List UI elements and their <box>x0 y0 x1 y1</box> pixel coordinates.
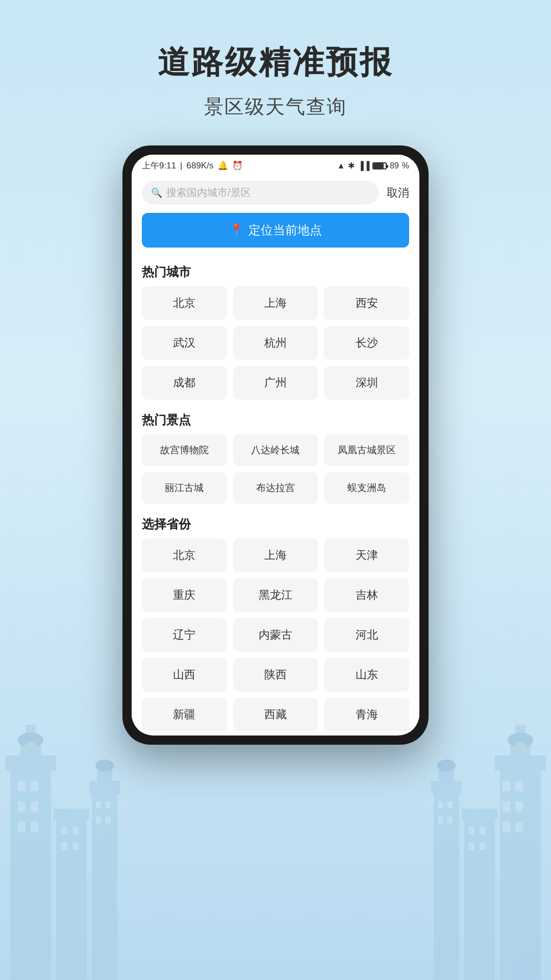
svg-rect-38 <box>464 817 495 980</box>
province-item[interactable]: 青海 <box>324 698 409 731</box>
svg-rect-31 <box>503 781 510 791</box>
svg-rect-23 <box>106 801 111 808</box>
svg-rect-41 <box>480 827 486 835</box>
clock-icon: ⏰ <box>232 160 243 171</box>
bluetooth-icon: ✱ <box>348 161 355 170</box>
hot-attraction-item[interactable]: 凤凰古城景区 <box>324 434 409 466</box>
svg-rect-32 <box>515 781 523 791</box>
hot-attractions-grid: 故宫博物院八达岭长城凤凰古城景区丽江古城布达拉宫蜈支洲岛 <box>142 434 409 504</box>
provinces-title: 选择省份 <box>142 508 409 538</box>
provinces-grid: 北京上海天津重庆黑龙江吉林辽宁内蒙古河北山西陕西山东新疆西藏青海 <box>142 538 409 731</box>
wifi-icon: ▲ <box>337 161 345 170</box>
province-item[interactable]: 山东 <box>324 658 409 692</box>
hot-attraction-item[interactable]: 蜈支洲岛 <box>324 472 409 504</box>
svg-rect-18 <box>92 791 117 980</box>
search-icon: 🔍 <box>151 187 162 199</box>
hot-attraction-item[interactable]: 丽江古城 <box>142 472 227 504</box>
content-scroll: 热门城市 北京上海西安武汉杭州长沙成都广州深圳 热门景点 故宫博物院八达岭长城凤… <box>132 256 419 731</box>
svg-rect-15 <box>72 827 79 835</box>
battery-fill <box>373 163 384 168</box>
hot-attraction-item[interactable]: 故宫博物院 <box>142 434 227 466</box>
location-label: 定位当前地点 <box>248 222 322 238</box>
hot-city-item[interactable]: 杭州 <box>233 326 318 360</box>
svg-rect-8 <box>31 801 38 812</box>
province-item[interactable]: 河北 <box>324 618 409 652</box>
province-item[interactable]: 辽宁 <box>142 618 227 652</box>
battery-icon <box>372 162 387 169</box>
search-bar[interactable]: 🔍 搜索国内城市/景区 <box>142 181 379 205</box>
province-item[interactable]: 陕西 <box>233 658 318 692</box>
svg-rect-43 <box>480 842 486 850</box>
svg-rect-6 <box>31 781 38 791</box>
main-title: 道路级精准预报 <box>0 41 551 84</box>
svg-rect-51 <box>447 817 453 824</box>
province-item[interactable]: 重庆 <box>142 578 227 612</box>
hot-cities-title: 热门城市 <box>142 256 409 286</box>
svg-rect-25 <box>106 817 111 824</box>
location-pin-icon: 📍 <box>230 224 243 237</box>
header-section: 道路级精准预报 景区级天气查询 <box>0 0 551 145</box>
svg-rect-13 <box>54 809 89 819</box>
svg-rect-34 <box>515 801 523 812</box>
svg-rect-40 <box>468 827 474 835</box>
hot-city-item[interactable]: 上海 <box>233 286 318 320</box>
svg-rect-50 <box>438 817 443 824</box>
alarm-icon: 🔔 <box>217 160 228 171</box>
province-item[interactable]: 吉林 <box>324 578 409 612</box>
province-item[interactable]: 天津 <box>324 538 409 572</box>
svg-rect-9 <box>18 822 26 832</box>
svg-rect-5 <box>18 781 26 791</box>
phone-container: 上午9:11 | 689K/s 🔔 ⏰ ▲ ✱ ▐▐ 89 % <box>0 145 551 745</box>
province-item[interactable]: 黑龙江 <box>233 578 318 612</box>
svg-rect-17 <box>72 842 79 850</box>
hot-city-item[interactable]: 深圳 <box>324 366 409 400</box>
svg-rect-0 <box>10 766 51 980</box>
percent-sign: % <box>402 161 409 170</box>
signal-icon: ▐▐ <box>358 161 369 170</box>
svg-rect-12 <box>56 817 87 980</box>
svg-rect-26 <box>500 766 541 980</box>
svg-rect-10 <box>31 822 38 832</box>
hot-city-item[interactable]: 广州 <box>233 366 318 400</box>
svg-point-47 <box>437 760 456 772</box>
location-button[interactable]: 📍 定位当前地点 <box>142 213 409 248</box>
hot-city-item[interactable]: 成都 <box>142 366 227 400</box>
province-item[interactable]: 新疆 <box>142 698 227 731</box>
phone-screen: 上午9:11 | 689K/s 🔔 ⏰ ▲ ✱ ▐▐ 89 % <box>132 155 419 736</box>
province-item[interactable]: 上海 <box>233 538 318 572</box>
svg-rect-14 <box>61 827 67 835</box>
time-text: 上午9:11 <box>142 160 176 172</box>
svg-rect-49 <box>447 801 453 808</box>
svg-rect-48 <box>438 801 443 808</box>
hot-attraction-item[interactable]: 布达拉宫 <box>233 472 318 504</box>
svg-point-21 <box>95 760 114 772</box>
status-left: 上午9:11 | 689K/s 🔔 ⏰ <box>142 160 243 172</box>
svg-rect-35 <box>503 822 510 832</box>
status-right: ▲ ✱ ▐▐ 89 % <box>337 161 409 170</box>
svg-rect-7 <box>18 801 26 812</box>
battery-percent: 89 <box>390 161 399 170</box>
svg-rect-16 <box>61 842 67 850</box>
hot-city-item[interactable]: 北京 <box>142 286 227 320</box>
province-item[interactable]: 山西 <box>142 658 227 692</box>
search-placeholder: 搜索国内城市/景区 <box>166 186 369 200</box>
hot-attraction-item[interactable]: 八达岭长城 <box>233 434 318 466</box>
status-bar: 上午9:11 | 689K/s 🔔 ⏰ ▲ ✱ ▐▐ 89 % <box>132 155 419 175</box>
hot-attractions-title: 热门景点 <box>142 404 409 434</box>
svg-rect-22 <box>96 801 101 808</box>
hot-cities-grid: 北京上海西安武汉杭州长沙成都广州深圳 <box>142 286 409 400</box>
hot-city-item[interactable]: 长沙 <box>324 326 409 360</box>
cancel-button[interactable]: 取消 <box>379 185 409 201</box>
sub-title: 景区级天气查询 <box>0 94 551 120</box>
hot-city-item[interactable]: 西安 <box>324 286 409 320</box>
svg-rect-39 <box>462 809 497 819</box>
svg-rect-33 <box>503 801 510 812</box>
hot-city-item[interactable]: 武汉 <box>142 326 227 360</box>
province-item[interactable]: 西藏 <box>233 698 318 731</box>
province-item[interactable]: 北京 <box>142 538 227 572</box>
network-speed: | <box>180 161 182 171</box>
phone-frame: 上午9:11 | 689K/s 🔔 ⏰ ▲ ✱ ▐▐ 89 % <box>122 145 429 745</box>
speed-text: 689K/s <box>187 161 214 171</box>
svg-rect-36 <box>515 822 523 832</box>
province-item[interactable]: 内蒙古 <box>233 618 318 652</box>
